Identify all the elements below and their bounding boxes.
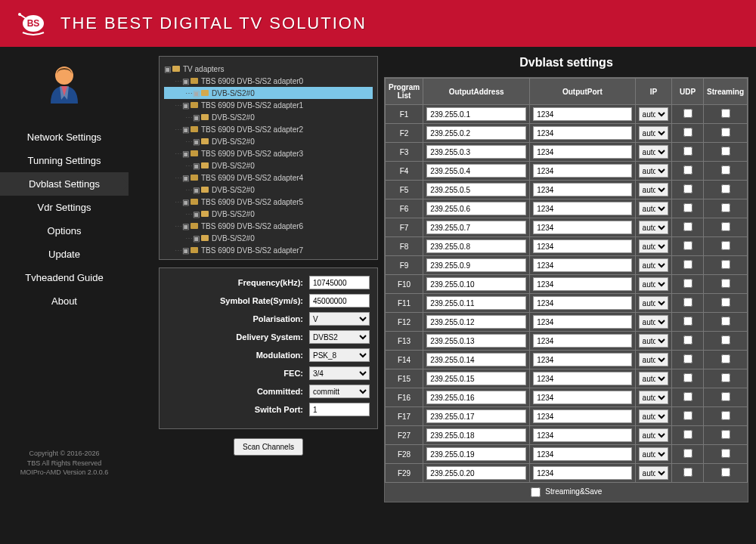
udp-checkbox[interactable] xyxy=(683,165,692,175)
output-port-input[interactable] xyxy=(533,315,631,329)
tree-node[interactable]: ⋯▣DVB-S/S2#0 xyxy=(164,111,373,123)
ip-select[interactable]: auto xyxy=(639,353,668,366)
streaming-checkbox[interactable] xyxy=(721,222,730,231)
ip-select[interactable]: auto xyxy=(639,107,668,121)
ip-select[interactable]: auto xyxy=(639,221,668,234)
output-port-input[interactable] xyxy=(533,277,631,291)
tree-node[interactable]: ⋯▣DVB-S/S2#0 xyxy=(164,87,373,99)
output-address-input[interactable] xyxy=(426,258,526,272)
ip-select[interactable]: auto xyxy=(639,296,668,310)
output-address-input[interactable] xyxy=(426,277,526,291)
tree-node[interactable]: ⋯▣TBS 6909 DVB-S/S2 adapter4 xyxy=(164,172,373,184)
udp-checkbox[interactable] xyxy=(683,449,692,458)
output-port-input[interactable] xyxy=(533,240,631,253)
tree-node[interactable]: ⋯▣TBS 6909 DVB-S/S2 adapter5 xyxy=(164,196,373,208)
streaming-checkbox[interactable] xyxy=(721,317,730,326)
output-port-input[interactable] xyxy=(533,372,631,385)
udp-checkbox[interactable] xyxy=(683,354,692,363)
udp-checkbox[interactable] xyxy=(683,298,692,307)
output-port-input[interactable] xyxy=(533,296,631,310)
ip-select[interactable]: auto xyxy=(639,240,668,253)
nav-item-network-settings[interactable]: Network Settings xyxy=(0,125,129,149)
output-port-input[interactable] xyxy=(533,202,631,215)
ip-select[interactable]: auto xyxy=(639,258,668,272)
output-address-input[interactable] xyxy=(426,145,526,159)
ip-select[interactable]: auto xyxy=(639,126,668,140)
udp-checkbox[interactable] xyxy=(683,241,692,250)
streaming-checkbox[interactable] xyxy=(721,203,730,212)
udp-checkbox[interactable] xyxy=(683,335,692,345)
output-address-input[interactable] xyxy=(426,183,526,196)
tree-node[interactable]: ⋯▣DVB-S/S2#0 xyxy=(164,208,373,220)
streaming-checkbox[interactable] xyxy=(721,241,730,250)
udp-checkbox[interactable] xyxy=(683,411,692,420)
tree-node[interactable]: ⋯▣TBS 6909 DVB-S/S2 adapter7 xyxy=(164,244,373,256)
streaming-checkbox[interactable] xyxy=(721,411,730,420)
udp-checkbox[interactable] xyxy=(683,109,692,118)
output-address-input[interactable] xyxy=(426,428,526,442)
output-port-input[interactable] xyxy=(533,258,631,272)
streaming-checkbox[interactable] xyxy=(721,109,730,118)
nav-item-tunning-settings[interactable]: Tunning Settings xyxy=(0,149,129,172)
streaming-checkbox[interactable] xyxy=(721,449,730,458)
setting-polarisation[interactable]: V xyxy=(309,312,370,326)
output-port-input[interactable] xyxy=(533,183,631,196)
setting-modulation[interactable]: PSK_8 xyxy=(309,348,370,362)
streaming-checkbox[interactable] xyxy=(721,392,730,401)
setting-deliverysystem[interactable]: DVBS2 xyxy=(309,330,370,344)
output-port-input[interactable] xyxy=(533,145,631,159)
output-address-input[interactable] xyxy=(426,296,526,310)
nav-item-update[interactable]: Update xyxy=(0,243,129,266)
tree-node[interactable]: ▣TV adapters xyxy=(164,63,373,75)
output-address-input[interactable] xyxy=(426,334,526,348)
setting-symbolratesyms[interactable] xyxy=(309,294,370,308)
udp-checkbox[interactable] xyxy=(683,430,692,439)
setting-frequencykhz[interactable] xyxy=(309,276,370,289)
tree-node[interactable]: ⋯▣DVB-S/S2#0 xyxy=(164,256,373,260)
output-port-input[interactable] xyxy=(533,466,631,480)
udp-checkbox[interactable] xyxy=(683,184,692,193)
streaming-checkbox[interactable] xyxy=(721,354,730,363)
udp-checkbox[interactable] xyxy=(683,147,692,156)
udp-checkbox[interactable] xyxy=(683,317,692,326)
ip-select[interactable]: auto xyxy=(639,410,668,423)
output-port-input[interactable] xyxy=(533,447,631,461)
nav-item-about[interactable]: About xyxy=(0,289,129,313)
streaming-checkbox[interactable] xyxy=(721,335,730,345)
udp-checkbox[interactable] xyxy=(683,392,692,401)
ip-select[interactable]: auto xyxy=(639,391,668,404)
udp-checkbox[interactable] xyxy=(683,260,692,269)
streaming-save-checkbox[interactable] xyxy=(531,487,541,497)
tree-node[interactable]: ⋯▣DVB-S/S2#0 xyxy=(164,159,373,172)
udp-checkbox[interactable] xyxy=(683,373,692,382)
output-port-input[interactable] xyxy=(533,221,631,234)
nav-item-tvheadend-guide[interactable]: Tvheadend Guide xyxy=(0,266,129,289)
output-address-input[interactable] xyxy=(426,315,526,329)
output-address-input[interactable] xyxy=(426,372,526,385)
output-port-input[interactable] xyxy=(533,353,631,366)
output-port-input[interactable] xyxy=(533,428,631,442)
scan-channels-button[interactable]: Scan Channels xyxy=(234,438,303,456)
streaming-checkbox[interactable] xyxy=(721,373,730,382)
ip-select[interactable]: auto xyxy=(639,447,668,461)
output-port-input[interactable] xyxy=(533,334,631,348)
udp-checkbox[interactable] xyxy=(683,128,692,137)
ip-select[interactable]: auto xyxy=(639,315,668,329)
tree-node[interactable]: ⋯▣DVB-S/S2#0 xyxy=(164,184,373,196)
nav-item-vdr-settings[interactable]: Vdr Settings xyxy=(0,196,129,219)
streaming-checkbox[interactable] xyxy=(721,260,730,269)
output-port-input[interactable] xyxy=(533,126,631,140)
udp-checkbox[interactable] xyxy=(683,279,692,288)
output-address-input[interactable] xyxy=(426,447,526,461)
output-address-input[interactable] xyxy=(426,353,526,366)
output-port-input[interactable] xyxy=(533,391,631,404)
tree-node[interactable]: ⋯▣DVB-S/S2#0 xyxy=(164,232,373,244)
streaming-checkbox[interactable] xyxy=(721,468,730,477)
udp-checkbox[interactable] xyxy=(683,468,692,477)
output-address-input[interactable] xyxy=(426,202,526,215)
setting-switchport[interactable] xyxy=(309,403,370,416)
output-port-input[interactable] xyxy=(533,107,631,121)
ip-select[interactable]: auto xyxy=(639,164,668,178)
ip-select[interactable]: auto xyxy=(639,334,668,348)
output-address-input[interactable] xyxy=(426,391,526,404)
